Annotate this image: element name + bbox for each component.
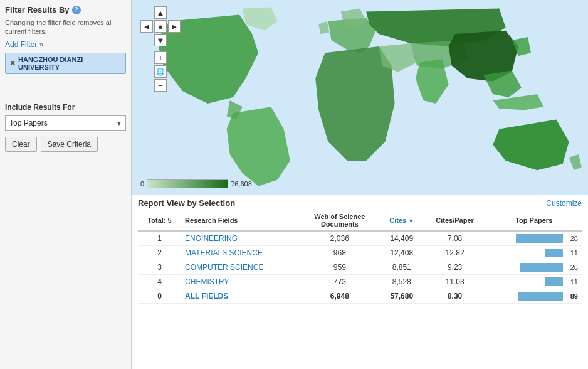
button-row: Clear Save Criteria (5, 137, 126, 152)
map-zoom-out[interactable]: − (154, 79, 167, 92)
map-controls: ▲ ◄ ● ► ▼ + 🌐 − (140, 6, 181, 92)
top-papers-bar (545, 277, 563, 286)
cell-docs: 773 (300, 275, 380, 289)
cell-cites: 14,409 (380, 231, 424, 246)
cell-rank: 1 (138, 231, 181, 246)
col-cites: Cites ▼ (380, 210, 424, 231)
cell-rank: 2 (138, 246, 181, 260)
cell-rank: 4 (138, 275, 181, 289)
map-pan-down[interactable]: ▼ (154, 34, 167, 46)
legend-min: 0 (140, 180, 144, 188)
customize-link[interactable]: Customize (546, 199, 582, 208)
cell-top-papers: 28 (486, 231, 582, 246)
report-table: Total: 5 Research Fields Web of ScienceD… (138, 210, 582, 304)
report-header-row: Report View by Selection Customize (138, 198, 582, 208)
table-row: 4 CHEMISTRY 773 8,528 11.03 11 (138, 275, 582, 289)
filter-tag-label: HANGZHOU DIANZI UNIVERSITY (18, 56, 122, 71)
cell-cites: 8,851 (380, 260, 424, 275)
include-results-label: Include Results For (5, 103, 126, 112)
sort-arrow: ▼ (408, 218, 414, 224)
cell-field[interactable]: ENGINEERING (181, 231, 300, 246)
map-container: ▲ ◄ ● ► ▼ + 🌐 − (132, 0, 588, 195)
cell-top-papers: 26 (486, 260, 582, 275)
filter-header: Filter Results By ? (5, 5, 126, 14)
table-row: 2 MATERIALS SCIENCE 968 12,408 12.82 11 (138, 246, 582, 260)
top-papers-bar (518, 292, 563, 301)
cell-cites: 12,408 (380, 246, 424, 260)
table-row: 0 ALL FIELDS 6,948 57,680 8.30 89 (138, 289, 582, 304)
cell-docs: 968 (300, 246, 380, 260)
col-wos-docs: Web of ScienceDocuments (300, 210, 380, 231)
col-top-papers: Top Papers (486, 210, 582, 231)
table-row: 3 COMPUTER SCIENCE 959 8,851 9.23 26 (138, 260, 582, 275)
cell-docs: 6,948 (300, 289, 380, 304)
col-cites-paper: Cites/Paper (424, 210, 486, 231)
cell-top-papers: 11 (486, 275, 582, 289)
cell-cites: 57,680 (380, 289, 424, 304)
cell-top-papers: 11 (486, 246, 582, 260)
cell-cites-paper: 11.03 (424, 275, 486, 289)
top-papers-bar (545, 249, 563, 257)
cell-field[interactable]: MATERIALS SCIENCE (181, 246, 300, 260)
clear-button[interactable]: Clear (5, 137, 37, 152)
map-pan-center[interactable]: ● (154, 20, 167, 33)
top-papers-bar (520, 263, 563, 272)
world-map (132, 0, 588, 195)
legend-bar (147, 179, 228, 188)
filter-tag-remove[interactable]: ✕ (9, 59, 16, 68)
filter-note: Changing the filter field removes all cu… (5, 18, 126, 36)
map-pan-right[interactable]: ► (168, 20, 181, 33)
cell-rank: 0 (138, 289, 181, 304)
save-criteria-button[interactable]: Save Criteria (41, 137, 98, 152)
map-pan-up[interactable]: ▲ (154, 6, 167, 19)
legend-max: 76,608 (231, 180, 252, 188)
cell-docs: 2,036 (300, 231, 380, 246)
cell-field[interactable]: ALL FIELDS (181, 289, 300, 304)
top-papers-value: 89 (565, 292, 578, 300)
report-area: Report View by Selection Customize Total… (132, 195, 588, 369)
map-globe-icon[interactable]: 🌐 (154, 65, 167, 78)
main-content: ▲ ◄ ● ► ▼ + 🌐 − (132, 0, 588, 369)
table-row: 1 ENGINEERING 2,036 14,409 7.08 28 (138, 231, 582, 246)
cell-cites-paper: 7.08 (424, 231, 486, 246)
cell-cites-paper: 12.82 (424, 246, 486, 260)
map-zoom-in[interactable]: + (154, 51, 167, 64)
cell-field[interactable]: CHEMISTRY (181, 275, 300, 289)
filter-tag: ✕ HANGZHOU DIANZI UNIVERSITY (5, 53, 126, 74)
top-papers-bar (516, 234, 563, 243)
table-body: 1 ENGINEERING 2,036 14,409 7.08 28 2 MAT… (138, 231, 582, 304)
report-title: Report View by Selection (138, 198, 235, 208)
help-icon[interactable]: ? (72, 6, 81, 14)
top-papers-value: 28 (565, 235, 578, 242)
map-pan-left[interactable]: ◄ (140, 20, 153, 33)
top-papers-value: 11 (565, 249, 578, 257)
col-research-fields: Research Fields (181, 210, 300, 231)
filter-label: Filter Results By (5, 5, 70, 14)
cell-docs: 959 (300, 260, 380, 275)
include-results-dropdown[interactable]: Top Papers All Papers (5, 115, 126, 131)
cell-cites-paper: 8.30 (424, 289, 486, 304)
map-legend: 0 76,608 (140, 179, 252, 188)
cell-cites-paper: 9.23 (424, 260, 486, 275)
add-filter-link[interactable]: Add Filter » (5, 40, 126, 49)
cell-field[interactable]: COMPUTER SCIENCE (181, 260, 300, 275)
top-papers-value: 26 (565, 264, 578, 271)
top-papers-value: 11 (565, 278, 578, 286)
table-header-row: Total: 5 Research Fields Web of ScienceD… (138, 210, 582, 231)
cell-rank: 3 (138, 260, 181, 275)
cell-top-papers: 89 (486, 289, 582, 304)
cell-cites: 8,528 (380, 275, 424, 289)
col-total: Total: 5 (138, 210, 181, 231)
sidebar: Filter Results By ? Changing the filter … (0, 0, 132, 369)
include-results-dropdown-wrapper: Top Papers All Papers ▼ (5, 115, 126, 131)
